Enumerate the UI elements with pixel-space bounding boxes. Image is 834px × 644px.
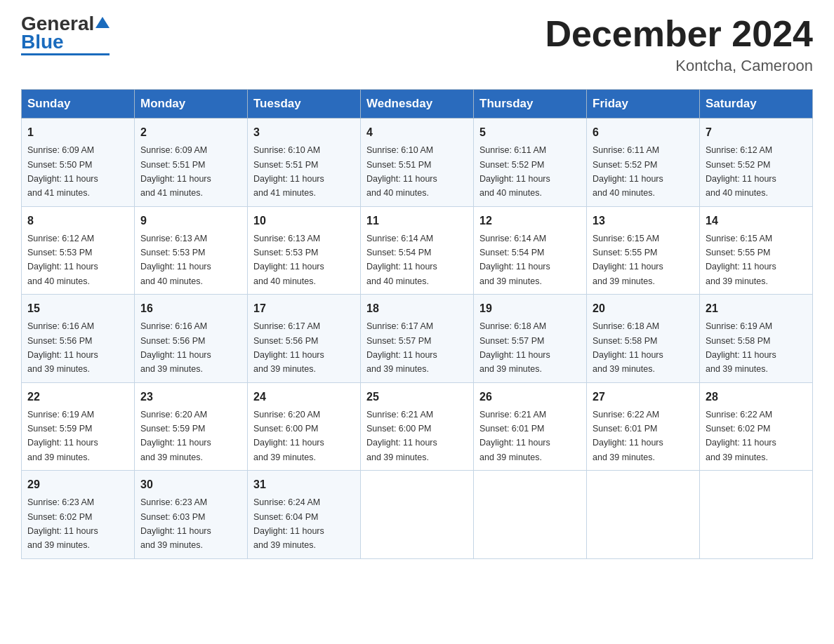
day-info: Sunrise: 6:20 AMSunset: 5:59 PMDaylight:… bbox=[140, 410, 211, 462]
day-cell-10: 10 Sunrise: 6:13 AMSunset: 5:53 PMDaylig… bbox=[248, 206, 361, 295]
day-cell-7: 7 Sunrise: 6:12 AMSunset: 5:52 PMDayligh… bbox=[700, 119, 813, 207]
day-number: 20 bbox=[593, 300, 694, 317]
day-info: Sunrise: 6:12 AMSunset: 5:53 PMDaylight:… bbox=[27, 234, 98, 286]
day-info: Sunrise: 6:24 AMSunset: 6:04 PMDaylight:… bbox=[253, 497, 324, 550]
day-info: Sunrise: 6:15 AMSunset: 5:55 PMDaylight:… bbox=[593, 234, 663, 286]
week-row-2: 8 Sunrise: 6:12 AMSunset: 5:53 PMDayligh… bbox=[22, 206, 813, 295]
col-thursday: Thursday bbox=[474, 90, 587, 119]
day-info: Sunrise: 6:13 AMSunset: 5:53 PMDaylight:… bbox=[253, 234, 324, 286]
col-friday: Friday bbox=[587, 90, 700, 119]
week-row-4: 22 Sunrise: 6:19 AMSunset: 5:59 PMDaylig… bbox=[22, 382, 813, 471]
day-info: Sunrise: 6:11 AMSunset: 5:52 PMDaylight:… bbox=[479, 145, 550, 198]
day-cell-29: 29 Sunrise: 6:23 AMSunset: 6:02 PMDaylig… bbox=[22, 471, 135, 559]
day-cell-11: 11 Sunrise: 6:14 AMSunset: 5:54 PMDaylig… bbox=[361, 206, 474, 295]
col-sunday: Sunday bbox=[22, 90, 135, 119]
calendar-table: Sunday Monday Tuesday Wednesday Thursday… bbox=[21, 89, 813, 559]
day-cell-3: 3 Sunrise: 6:10 AMSunset: 5:51 PMDayligh… bbox=[248, 119, 361, 207]
day-number: 25 bbox=[366, 389, 468, 405]
empty-cell-w4d4 bbox=[474, 471, 587, 559]
day-cell-18: 18 Sunrise: 6:17 AMSunset: 5:57 PMDaylig… bbox=[361, 295, 474, 383]
day-number: 16 bbox=[140, 300, 241, 317]
header: General Blue December 2024 Kontcha, Came… bbox=[21, 14, 813, 75]
day-cell-22: 22 Sunrise: 6:19 AMSunset: 5:59 PMDaylig… bbox=[22, 382, 135, 471]
day-info: Sunrise: 6:17 AMSunset: 5:57 PMDaylight:… bbox=[366, 321, 437, 374]
day-cell-4: 4 Sunrise: 6:10 AMSunset: 5:51 PMDayligh… bbox=[361, 119, 474, 207]
svg-marker-0 bbox=[95, 17, 110, 28]
day-info: Sunrise: 6:19 AMSunset: 5:59 PMDaylight:… bbox=[27, 410, 98, 462]
day-number: 9 bbox=[140, 213, 241, 229]
day-number: 24 bbox=[253, 389, 355, 405]
day-info: Sunrise: 6:18 AMSunset: 5:58 PMDaylight:… bbox=[593, 321, 663, 374]
page: General Blue December 2024 Kontcha, Came… bbox=[0, 0, 834, 573]
day-cell-6: 6 Sunrise: 6:11 AMSunset: 5:52 PMDayligh… bbox=[587, 119, 700, 207]
day-info: Sunrise: 6:22 AMSunset: 6:01 PMDaylight:… bbox=[593, 410, 663, 462]
day-info: Sunrise: 6:17 AMSunset: 5:56 PMDaylight:… bbox=[253, 321, 324, 374]
day-cell-9: 9 Sunrise: 6:13 AMSunset: 5:53 PMDayligh… bbox=[135, 206, 248, 295]
day-number: 18 bbox=[366, 300, 468, 317]
day-info: Sunrise: 6:10 AMSunset: 5:51 PMDaylight:… bbox=[253, 145, 324, 198]
day-number: 27 bbox=[593, 389, 694, 405]
day-number: 15 bbox=[27, 300, 128, 317]
day-number: 28 bbox=[706, 389, 807, 405]
day-info: Sunrise: 6:09 AMSunset: 5:50 PMDaylight:… bbox=[27, 145, 98, 198]
month-title: December 2024 bbox=[545, 14, 813, 54]
day-info: Sunrise: 6:19 AMSunset: 5:58 PMDaylight:… bbox=[706, 321, 776, 374]
day-info: Sunrise: 6:23 AMSunset: 6:03 PMDaylight:… bbox=[140, 497, 211, 550]
day-cell-12: 12 Sunrise: 6:14 AMSunset: 5:54 PMDaylig… bbox=[474, 206, 587, 295]
day-info: Sunrise: 6:21 AMSunset: 6:00 PMDaylight:… bbox=[366, 410, 437, 462]
day-cell-2: 2 Sunrise: 6:09 AMSunset: 5:51 PMDayligh… bbox=[135, 119, 248, 207]
day-cell-1: 1 Sunrise: 6:09 AMSunset: 5:50 PMDayligh… bbox=[22, 119, 135, 207]
day-number: 7 bbox=[706, 124, 807, 141]
logo-blue-text: Blue bbox=[21, 32, 64, 52]
day-cell-5: 5 Sunrise: 6:11 AMSunset: 5:52 PMDayligh… bbox=[474, 119, 587, 207]
logo-triangle-icon bbox=[95, 15, 110, 29]
empty-cell-w4d3 bbox=[361, 471, 474, 559]
day-number: 2 bbox=[140, 124, 241, 141]
day-cell-28: 28 Sunrise: 6:22 AMSunset: 6:02 PMDaylig… bbox=[700, 382, 813, 471]
day-cell-21: 21 Sunrise: 6:19 AMSunset: 5:58 PMDaylig… bbox=[700, 295, 813, 383]
day-info: Sunrise: 6:16 AMSunset: 5:56 PMDaylight:… bbox=[140, 321, 211, 374]
day-number: 29 bbox=[27, 476, 128, 493]
day-number: 11 bbox=[366, 213, 468, 229]
logo: General Blue bbox=[21, 14, 110, 55]
day-info: Sunrise: 6:22 AMSunset: 6:02 PMDaylight:… bbox=[706, 410, 776, 462]
day-info: Sunrise: 6:09 AMSunset: 5:51 PMDaylight:… bbox=[140, 145, 211, 198]
day-number: 22 bbox=[27, 389, 128, 405]
day-number: 14 bbox=[706, 213, 807, 229]
col-saturday: Saturday bbox=[700, 90, 813, 119]
day-cell-13: 13 Sunrise: 6:15 AMSunset: 5:55 PMDaylig… bbox=[587, 206, 700, 295]
day-info: Sunrise: 6:10 AMSunset: 5:51 PMDaylight:… bbox=[366, 145, 437, 198]
day-cell-30: 30 Sunrise: 6:23 AMSunset: 6:03 PMDaylig… bbox=[135, 471, 248, 559]
col-wednesday: Wednesday bbox=[361, 90, 474, 119]
day-cell-19: 19 Sunrise: 6:18 AMSunset: 5:57 PMDaylig… bbox=[474, 295, 587, 383]
header-row: Sunday Monday Tuesday Wednesday Thursday… bbox=[22, 90, 813, 119]
day-number: 4 bbox=[366, 124, 468, 141]
day-cell-25: 25 Sunrise: 6:21 AMSunset: 6:00 PMDaylig… bbox=[361, 382, 474, 471]
calendar-header: Sunday Monday Tuesday Wednesday Thursday… bbox=[22, 90, 813, 119]
day-info: Sunrise: 6:21 AMSunset: 6:01 PMDaylight:… bbox=[479, 410, 550, 462]
day-number: 10 bbox=[253, 213, 355, 229]
day-info: Sunrise: 6:15 AMSunset: 5:55 PMDaylight:… bbox=[706, 234, 776, 286]
week-row-3: 15 Sunrise: 6:16 AMSunset: 5:56 PMDaylig… bbox=[22, 295, 813, 383]
calendar-body: 1 Sunrise: 6:09 AMSunset: 5:50 PMDayligh… bbox=[22, 119, 813, 559]
day-cell-23: 23 Sunrise: 6:20 AMSunset: 5:59 PMDaylig… bbox=[135, 382, 248, 471]
day-number: 6 bbox=[593, 124, 694, 141]
day-cell-27: 27 Sunrise: 6:22 AMSunset: 6:01 PMDaylig… bbox=[587, 382, 700, 471]
day-number: 17 bbox=[253, 300, 355, 317]
week-row-1: 1 Sunrise: 6:09 AMSunset: 5:50 PMDayligh… bbox=[22, 119, 813, 207]
day-info: Sunrise: 6:16 AMSunset: 5:56 PMDaylight:… bbox=[27, 321, 98, 374]
col-monday: Monday bbox=[135, 90, 248, 119]
day-cell-24: 24 Sunrise: 6:20 AMSunset: 6:00 PMDaylig… bbox=[248, 382, 361, 471]
day-cell-20: 20 Sunrise: 6:18 AMSunset: 5:58 PMDaylig… bbox=[587, 295, 700, 383]
day-number: 3 bbox=[253, 124, 355, 141]
col-tuesday: Tuesday bbox=[248, 90, 361, 119]
day-info: Sunrise: 6:14 AMSunset: 5:54 PMDaylight:… bbox=[366, 234, 437, 286]
day-info: Sunrise: 6:14 AMSunset: 5:54 PMDaylight:… bbox=[479, 234, 550, 286]
day-cell-16: 16 Sunrise: 6:16 AMSunset: 5:56 PMDaylig… bbox=[135, 295, 248, 383]
day-cell-15: 15 Sunrise: 6:16 AMSunset: 5:56 PMDaylig… bbox=[22, 295, 135, 383]
day-number: 19 bbox=[479, 300, 581, 317]
week-row-5: 29 Sunrise: 6:23 AMSunset: 6:02 PMDaylig… bbox=[22, 471, 813, 559]
day-number: 13 bbox=[593, 213, 694, 229]
day-info: Sunrise: 6:11 AMSunset: 5:52 PMDaylight:… bbox=[593, 145, 663, 198]
day-number: 8 bbox=[27, 213, 128, 229]
